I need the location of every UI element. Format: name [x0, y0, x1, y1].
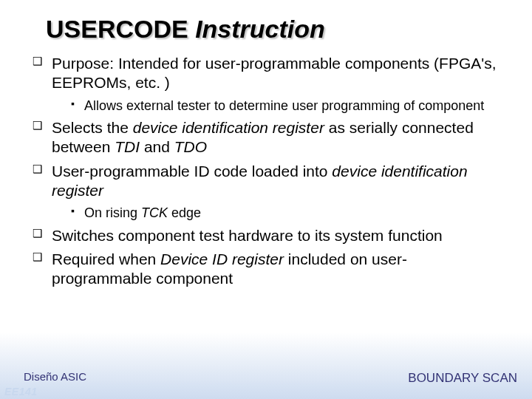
bullet-text-part: Selects the [52, 119, 133, 136]
bullet-item: Selects the device identification regist… [30, 118, 502, 157]
slide-content: Purpose: Intended for user-programmable … [30, 54, 502, 288]
watermark: EE141 [4, 386, 38, 398]
bullet-item: User-programmable ID code loaded into de… [30, 162, 502, 222]
slide-title: USERCODE Instruction [46, 15, 502, 44]
bullet-list: Purpose: Intended for user-programmable … [30, 54, 502, 288]
bullet-text-part: User-programmable ID code loaded into [52, 163, 332, 180]
sub-bullet-text-part: On rising [84, 205, 141, 220]
bullet-text-part: Required when [52, 250, 160, 267]
bullet-text-part: and [140, 138, 174, 155]
sub-bullet-list: Allows external tester to determine user… [52, 98, 502, 115]
bullet-item: Switches component test hardware to its … [30, 226, 502, 245]
bullet-item: Purpose: Intended for user-programmable … [30, 54, 502, 114]
slide: USERCODE Instruction Purpose: Intended f… [0, 0, 532, 399]
footer-right: BOUNDARY SCAN [408, 371, 517, 386]
footer-gradient [0, 332, 532, 399]
title-word-1: USERCODE [46, 15, 188, 43]
italic-term: device identification register [133, 119, 324, 136]
sub-bullet-item: On rising TCK edge [69, 205, 502, 222]
sub-bullet-text: Allows external tester to determine user… [84, 98, 484, 113]
sub-bullet-item: Allows external tester to determine user… [69, 98, 502, 115]
sub-bullet-list: On rising TCK edge [52, 205, 502, 222]
sub-bullet-text-part: edge [168, 205, 201, 220]
italic-term: Device ID register [160, 250, 284, 267]
bullet-text: Switches component test hardware to its … [52, 227, 443, 244]
bullet-item: Required when Device ID register include… [30, 250, 502, 289]
footer-left: Diseño ASIC [24, 370, 86, 383]
bullet-text: Purpose: Intended for user-programmable … [52, 55, 497, 91]
italic-term: TDO [174, 138, 207, 155]
italic-term: TCK [141, 205, 168, 220]
italic-term: TDI [115, 138, 140, 155]
title-word-2: Instruction [195, 15, 325, 43]
